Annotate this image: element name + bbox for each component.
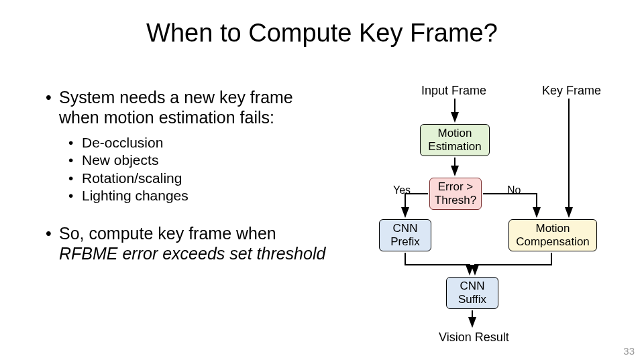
sub-bullet-block: De-occlusion New objects Rotation/scalin… — [46, 134, 361, 204]
bullet-main-2-line1: So, compute key frame when — [59, 224, 276, 243]
bullet-main-2: So, compute key frame when RFBME error e… — [46, 223, 361, 263]
arrow-input-to-motion — [382, 84, 631, 352]
bullet-main-1-line2: when motion estimation fails: — [59, 108, 274, 127]
flowchart: Input Frame Key Frame Motion Estimation … — [382, 84, 631, 352]
bullet-main-1: System needs a new key frame when motion… — [46, 87, 361, 127]
sub-bullet-3: Rotation/scaling — [68, 170, 361, 187]
slide-title: When to Compute Key Frame? — [0, 19, 644, 48]
text-column: System needs a new key frame when motion… — [46, 87, 361, 270]
bullet-main-2-line2: RFBME error exceeds set threshold — [59, 244, 325, 263]
bullet-main-1-line1: System needs a new key frame — [59, 88, 293, 107]
page-number: 33 — [623, 345, 635, 357]
sub-bullet-2: New objects — [68, 152, 361, 169]
sub-bullet-1: De-occlusion — [68, 134, 361, 152]
sub-bullet-4: Lighting changes — [68, 187, 361, 204]
